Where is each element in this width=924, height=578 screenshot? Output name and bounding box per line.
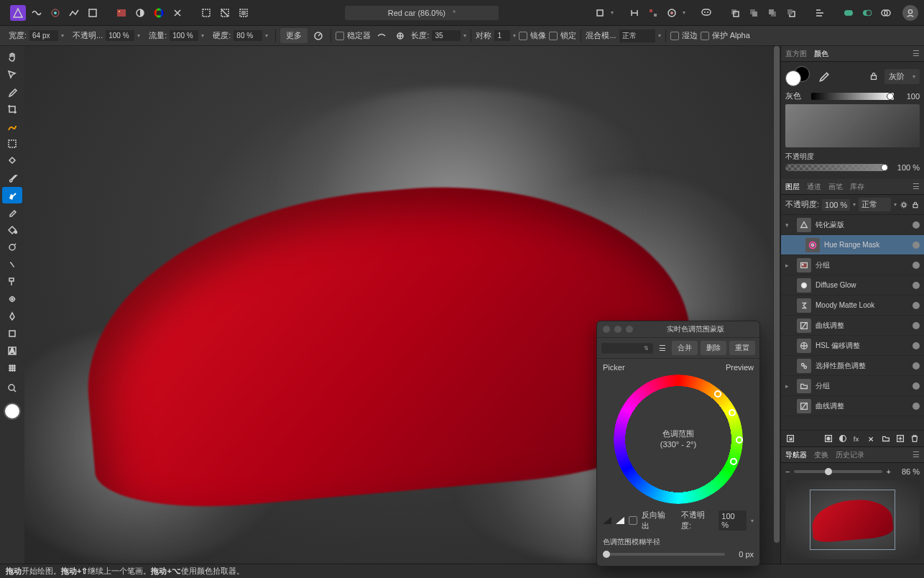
zoom-value[interactable]: 86 % [895,467,920,476]
tab-color[interactable]: 颜色 [814,49,828,59]
layer-visibility-toggle[interactable] [913,282,920,289]
selection-none-icon[interactable] [217,5,233,21]
selection-invert-icon[interactable] [236,5,251,21]
selection-brush-tool-icon[interactable] [2,118,22,134]
assistant-icon[interactable] [664,5,680,21]
boolean-subtract-icon[interactable] [859,5,875,21]
navigator-thumbnail[interactable] [785,480,920,559]
ramp-out-icon[interactable] [616,517,624,524]
preview-label[interactable]: Preview [726,363,754,372]
healing-tool-icon[interactable] [2,290,22,307]
persona-export-icon[interactable] [85,5,101,21]
marquee-tool-icon[interactable] [2,135,22,152]
fx-layer-icon[interactable]: fx [852,434,862,444]
ramp-in-icon[interactable] [603,517,611,524]
persona-develop-icon[interactable] [47,5,63,21]
layer-item[interactable]: 曲线调整 [781,396,924,416]
document-title[interactable]: Red car (86.0%) * [345,6,499,20]
navigator-viewport-rect[interactable] [810,490,896,550]
preset-menu-icon[interactable]: ☰ [656,344,669,353]
tab-histogram[interactable]: 直方图 [785,49,807,59]
more-button[interactable]: 更多 [280,28,308,43]
mirror-checkbox[interactable] [519,32,527,40]
gear-icon[interactable] [900,201,908,209]
vertical-scrollbar[interactable] [773,46,780,564]
persona-liquify-icon[interactable] [29,5,45,21]
blur-value[interactable]: 0 px [729,550,754,559]
layer-visibility-toggle[interactable] [913,342,920,349]
group-layer-icon[interactable] [881,434,891,444]
wet-checkbox[interactable] [670,32,679,40]
picker-label[interactable]: Picker [603,363,625,372]
layer-item[interactable]: Moody Matte Look [781,295,924,316]
color-wheel-icon[interactable] [151,5,167,21]
clone-tool-icon[interactable] [2,273,22,290]
pixel-brush-tool-icon[interactable] [2,187,22,203]
invert-checkbox[interactable] [629,516,637,525]
hue-opacity-input[interactable]: 100 % [719,510,747,531]
chevron-down-icon[interactable]: ▾ [658,32,661,39]
layer-visibility-toggle[interactable] [913,302,920,309]
layer-visibility-toggle[interactable] [913,382,920,390]
color-opacity-slider[interactable] [785,164,888,171]
zoom-out-button[interactable]: − [785,467,790,476]
panel-titlebar[interactable]: 实时色调范围蒙版 [597,321,759,337]
erase-tool-icon[interactable] [2,204,22,221]
selection-all-icon[interactable] [198,5,214,21]
chevron-down-icon[interactable]: ▾ [894,201,897,208]
hue-handle[interactable] [729,409,736,416]
flow-input[interactable]: 100 % [170,30,198,41]
gray-slider[interactable] [811,93,894,100]
preset-select[interactable]: ⇅ [601,343,653,354]
chevron-down-icon[interactable]: ▾ [853,201,856,208]
foreground-color-swatch[interactable] [4,403,21,420]
zoom-slider[interactable] [794,470,882,473]
flood-select-tool-icon[interactable] [2,152,22,169]
tab-brushes[interactable]: 画笔 [828,182,843,192]
arrange-backward-icon[interactable] [746,5,762,21]
crop-tool-icon[interactable] [2,101,22,117]
arrange-forward-icon[interactable] [764,5,780,21]
boolean-add-icon[interactable] [841,5,856,21]
expand-toggle-icon[interactable]: ▾ [785,221,793,229]
panel-menu-icon[interactable]: ☰ [913,450,920,459]
stabilizer-checkbox[interactable] [336,32,344,40]
hue-handle[interactable] [714,390,721,398]
tab-navigator[interactable]: 导航器 [785,450,807,460]
layer-item[interactable]: Diffuse Glow [781,275,924,295]
opacity-input[interactable]: 100 % [106,30,134,41]
layer-item[interactable]: 选择性颜色调整 [781,356,924,376]
chevron-down-icon[interactable]: ▾ [201,32,204,39]
chevron-down-icon[interactable]: ▾ [61,32,64,39]
zoom-in-button[interactable]: + [887,467,891,476]
close-window-icon[interactable] [603,326,610,333]
merge-button[interactable]: 合并 [672,341,698,355]
blend-select[interactable]: 正常 [619,29,655,42]
persona-photo-icon[interactable] [10,5,26,21]
layer-item[interactable]: ▾钝化蒙版 [781,215,924,235]
move-tool-icon[interactable] [2,66,22,83]
tab-transform[interactable]: 变换 [814,450,828,460]
tab-history[interactable]: 历史记录 [836,450,864,460]
auto-levels-icon[interactable] [132,5,148,21]
panel-menu-icon[interactable]: ☰ [913,49,920,58]
tab-layers[interactable]: 图层 [785,182,800,192]
color-swatches[interactable] [785,66,811,86]
paint-brush-tool-icon[interactable] [2,170,22,186]
account-avatar[interactable] [902,5,918,21]
layer-visibility-toggle[interactable] [913,242,920,249]
color-opacity-value[interactable]: 100 % [892,163,920,172]
chevron-down-icon[interactable]: ▾ [611,9,614,16]
dodge-tool-icon[interactable] [2,239,22,255]
text-tool-icon[interactable]: A [2,342,22,359]
expand-toggle-icon[interactable]: ▸ [785,262,793,269]
color-mode-select[interactable]: 灰阶▾ [884,69,920,84]
image-icon[interactable] [114,5,129,21]
add-layer-icon[interactable] [895,434,905,444]
hardness-input[interactable]: 80 % [234,30,262,41]
lock-icon[interactable] [869,71,879,81]
layer-popout-icon[interactable] [785,434,795,444]
gray-value[interactable]: 100 [898,92,920,101]
zoom-window-icon[interactable] [626,326,633,333]
delete-button[interactable]: 删除 [701,341,726,355]
